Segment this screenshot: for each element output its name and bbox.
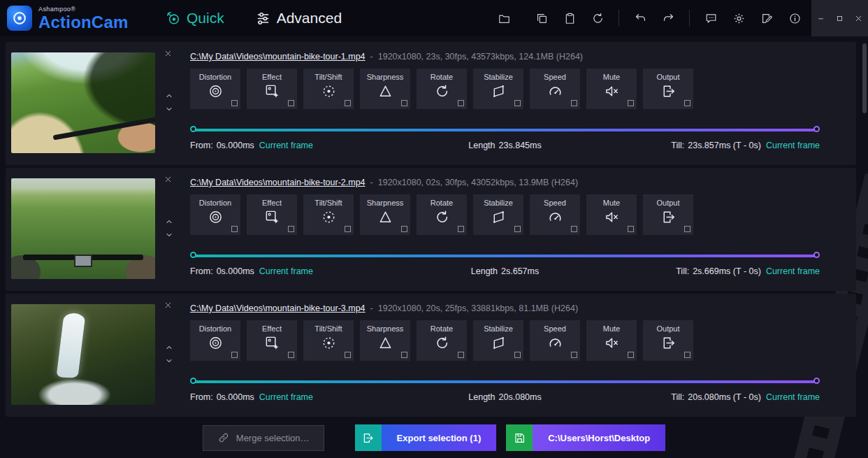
tool-checkbox[interactable] [401, 352, 407, 358]
tool-checkbox[interactable] [684, 352, 690, 358]
tool-checkbox[interactable] [514, 226, 521, 232]
trim-end-handle[interactable] [813, 126, 820, 132]
tool-checkbox[interactable] [231, 352, 238, 358]
trim-start-handle[interactable] [190, 378, 196, 384]
tool-rotate-button[interactable]: Rotate [417, 194, 467, 235]
feedback-button[interactable] [704, 11, 718, 25]
clip-thumbnail[interactable] [11, 304, 155, 405]
tool-checkbox[interactable] [345, 226, 351, 232]
undo-button[interactable] [633, 11, 647, 25]
clip-thumbnail[interactable] [11, 52, 155, 153]
reset-button[interactable] [591, 11, 605, 25]
move-down-button[interactable] [163, 230, 175, 240]
clip-filename-link[interactable]: C:\My Data\Videos\mountain-bike-tour-3.m… [190, 303, 366, 313]
tool-mute-button[interactable]: Mute [586, 194, 637, 235]
clip-filename-link[interactable]: C:\My Data\Videos\mountain-bike-tour-2.m… [190, 178, 366, 187]
tool-output-button[interactable]: Output [643, 194, 693, 235]
tool-checkbox[interactable] [458, 100, 464, 106]
tab-quick[interactable]: Quick [165, 10, 224, 27]
current-frame-link[interactable]: Current frame [766, 392, 820, 402]
tool-sharpness-button[interactable]: Sharpness [360, 69, 410, 109]
maximize-button[interactable] [830, 0, 849, 36]
clip-filename-link[interactable]: C:\My Data\Videos\mountain-bike-tour-1.m… [190, 52, 366, 62]
tool-checkbox[interactable] [458, 352, 464, 358]
slider-track[interactable] [194, 255, 816, 257]
tool-checkbox[interactable] [571, 226, 577, 232]
tool-tiltshift-button[interactable]: Tilt/Shift [303, 320, 354, 361]
settings-button[interactable] [732, 11, 746, 25]
move-down-button[interactable] [163, 104, 175, 114]
minimize-button[interactable] [811, 0, 830, 36]
remove-clip-button[interactable] [161, 299, 174, 311]
scrollbar[interactable] [862, 43, 867, 113]
tool-tiltshift-button[interactable]: Tilt/Shift [303, 194, 354, 235]
current-frame-link[interactable]: Current frame [259, 266, 313, 276]
tool-effect-button[interactable]: Effect [247, 194, 297, 235]
merge-selection-button[interactable]: Merge selection… [203, 425, 324, 451]
remove-clip-button[interactable] [161, 173, 174, 185]
tool-speed-button[interactable]: Speed [530, 194, 580, 235]
copy-button[interactable] [535, 11, 549, 25]
tool-checkbox[interactable] [514, 100, 521, 106]
tool-mute-button[interactable]: Mute [586, 320, 637, 361]
tool-checkbox[interactable] [345, 100, 351, 106]
current-frame-link[interactable]: Current frame [766, 141, 820, 150]
tool-stabilize-button[interactable]: Stabilize [473, 194, 523, 235]
tool-output-button[interactable]: Output [643, 69, 693, 109]
tool-stabilize-button[interactable]: Stabilize [473, 320, 523, 361]
redo-button[interactable] [661, 11, 675, 25]
trim-slider[interactable] [190, 377, 820, 387]
tool-checkbox[interactable] [288, 226, 294, 232]
info-button[interactable] [788, 11, 802, 25]
tool-checkbox[interactable] [571, 352, 577, 358]
notes-button[interactable] [760, 11, 774, 25]
slider-track[interactable] [194, 129, 816, 131]
close-button[interactable] [849, 0, 868, 36]
slider-track[interactable] [194, 380, 816, 383]
tool-effect-button[interactable]: Effect [247, 69, 297, 109]
current-frame-link[interactable]: Current frame [766, 266, 820, 276]
tool-rotate-button[interactable]: Rotate [417, 320, 467, 361]
tab-advanced[interactable]: Advanced [255, 10, 342, 27]
tool-checkbox[interactable] [401, 100, 407, 106]
tool-checkbox[interactable] [571, 100, 577, 106]
move-up-button[interactable] [163, 217, 175, 227]
tool-checkbox[interactable] [628, 226, 634, 232]
tool-distortion-button[interactable]: Distortion [190, 69, 240, 109]
trim-end-handle[interactable] [813, 252, 820, 258]
paste-button[interactable] [563, 11, 577, 25]
tool-tiltshift-button[interactable]: Tilt/Shift [303, 69, 354, 109]
tool-speed-button[interactable]: Speed [530, 320, 580, 361]
move-down-button[interactable] [163, 356, 175, 366]
trim-end-handle[interactable] [813, 378, 820, 384]
tool-sharpness-button[interactable]: Sharpness [360, 194, 410, 235]
tool-checkbox[interactable] [231, 100, 238, 106]
remove-clip-button[interactable] [161, 47, 174, 59]
tool-checkbox[interactable] [684, 226, 690, 232]
tool-stabilize-button[interactable]: Stabilize [473, 69, 523, 109]
export-selection-button[interactable]: Export selection (1) [355, 424, 497, 451]
tool-checkbox[interactable] [514, 352, 521, 358]
tool-output-button[interactable]: Output [643, 320, 693, 361]
tool-sharpness-button[interactable]: Sharpness [360, 320, 410, 361]
current-frame-link[interactable]: Current frame [259, 392, 313, 402]
clip-thumbnail[interactable] [11, 178, 155, 279]
tool-speed-button[interactable]: Speed [530, 69, 580, 109]
tool-checkbox[interactable] [628, 352, 634, 358]
move-up-button[interactable] [163, 343, 175, 352]
tool-mute-button[interactable]: Mute [586, 69, 637, 109]
tool-checkbox[interactable] [288, 100, 294, 106]
trim-start-handle[interactable] [190, 126, 196, 132]
move-up-button[interactable] [163, 91, 175, 101]
destination-folder-button[interactable]: C:\Users\Horst\Desktop [506, 424, 665, 451]
current-frame-link[interactable]: Current frame [259, 141, 313, 150]
trim-slider[interactable] [190, 125, 820, 135]
tool-checkbox[interactable] [684, 100, 690, 106]
tool-distortion-button[interactable]: Distortion [190, 194, 240, 235]
tool-effect-button[interactable]: Effect [247, 320, 297, 361]
tool-checkbox[interactable] [345, 352, 351, 358]
tool-rotate-button[interactable]: Rotate [417, 69, 467, 109]
tool-checkbox[interactable] [458, 226, 464, 232]
trim-start-handle[interactable] [190, 252, 196, 258]
tool-checkbox[interactable] [231, 226, 238, 232]
